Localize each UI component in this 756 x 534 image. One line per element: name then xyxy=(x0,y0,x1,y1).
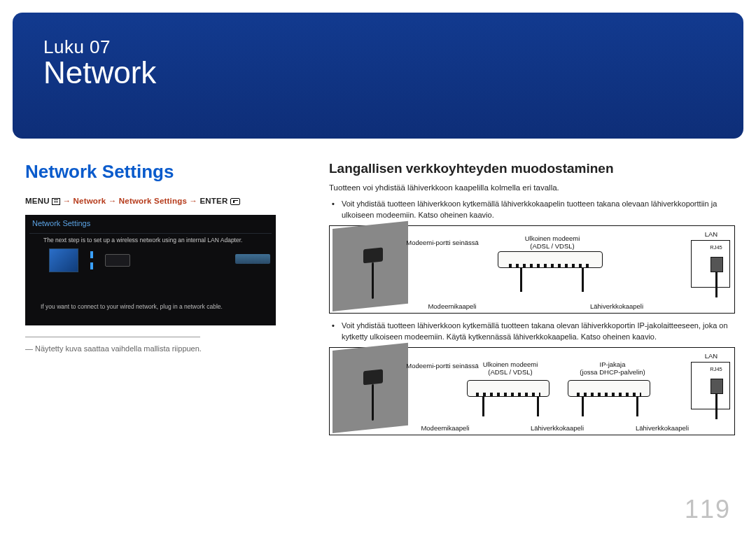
transfer-arrows-icon xyxy=(85,250,98,271)
external-modem-2 xyxy=(467,380,550,397)
label-modem-cable-1: Modeemikaapeli xyxy=(414,302,491,310)
label-wall-port: Modeemi-portti seinässä xyxy=(404,239,481,246)
screenshot-title: Network Settings xyxy=(25,215,276,230)
label-ext-modem-2: Ulkoinen modeemi (ADSL / VDSL) xyxy=(468,360,552,376)
diagram-1: Modeemi-portti seinässä Ulkoinen modeemi… xyxy=(329,225,735,314)
page-banner: Luku 07 Network xyxy=(13,13,743,139)
label-lan-cable-2b: Lähiverkkokaapeli xyxy=(617,424,708,432)
page-number: 119 xyxy=(685,495,731,524)
diagram-2: Modeemi-portti seinässä Ulkoinen modeemi… xyxy=(329,347,735,435)
rj45-port-icon-2 xyxy=(710,379,723,394)
wall-plate-2 xyxy=(332,342,408,433)
section-heading: Network Settings xyxy=(25,161,305,183)
ip-router xyxy=(568,380,650,397)
enter-keyword: ENTER xyxy=(200,197,227,205)
screenshot-body: The next step is to set up a wireless ne… xyxy=(25,237,276,244)
label-lan-cable-2a: Lähiverkkokaapeli xyxy=(512,424,603,432)
screenshot-button xyxy=(235,254,270,264)
menu-path: MENU → Network → Network Settings → ENTE… xyxy=(25,197,305,205)
screenshot-illustration xyxy=(49,248,130,272)
enter-icon xyxy=(230,198,240,205)
label-rj45: RJ45 xyxy=(702,244,730,251)
router-icon xyxy=(105,254,130,267)
label-ip-router: IP-jakaja (jossa DHCP-palvelin) xyxy=(570,360,654,376)
divider xyxy=(25,337,200,337)
wall-plate xyxy=(332,221,408,311)
rj45-port-icon xyxy=(710,257,723,272)
chapter-title: Network xyxy=(43,55,713,90)
label-modem-cable-2: Modeemikaapeli xyxy=(407,424,484,432)
label-rj45-2: RJ45 xyxy=(702,366,730,372)
bullet-1: Voit yhdistää tuotteen lähiverkkoon kytk… xyxy=(342,199,735,221)
label-lan-cable-1: Lähiverkkokaapeli xyxy=(561,302,673,310)
footnote: ― Näytetty kuva saattaa vaihdella mallis… xyxy=(25,344,305,353)
label-lan: LAN xyxy=(694,230,729,238)
bullet-2: Voit yhdistää tuotteen lähiverkkoon kytk… xyxy=(342,321,735,343)
wired-heading: Langallisen verkkoyhteyden muodostaminen xyxy=(329,161,735,176)
intro-text: Tuotteen voi yhdistää lähiverkkoon kaape… xyxy=(329,183,735,192)
external-modem xyxy=(498,251,603,268)
wall-jack-icon xyxy=(363,247,383,263)
label-ext-modem: Ulkoinen modeemi (ADSL / VDSL) xyxy=(503,234,601,250)
menu-breadcrumb: → Network → Network Settings → xyxy=(62,197,200,205)
screenshot-hint: If you want to connect to your wired net… xyxy=(25,299,231,310)
menu-icon xyxy=(52,198,60,205)
wall-jack-icon-2 xyxy=(363,369,383,385)
label-lan-2: LAN xyxy=(694,352,729,360)
menu-keyword: MENU xyxy=(25,197,50,205)
screenshot-network-settings: Network Settings The next step is to set… xyxy=(25,215,276,325)
tv-icon xyxy=(49,248,78,272)
